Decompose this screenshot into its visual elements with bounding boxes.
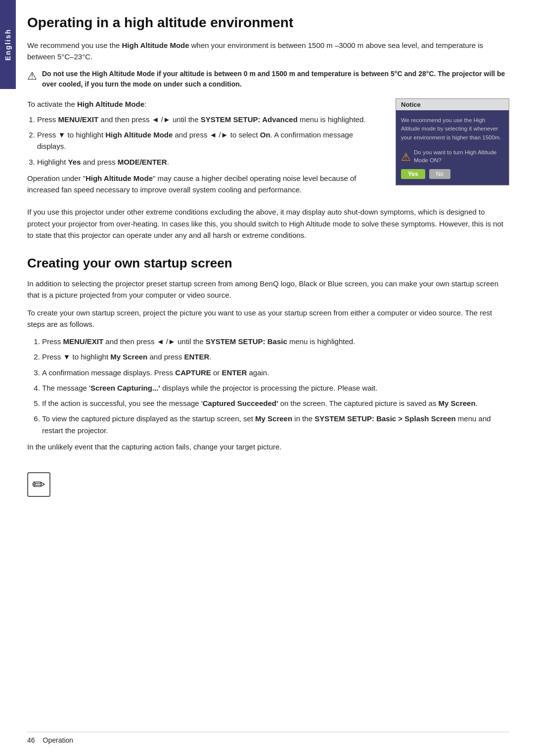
footer: 46 Operation xyxy=(27,732,509,744)
notice-column: Notice We recommend you use the High Alt… xyxy=(396,98,509,185)
notice-box: Notice We recommend you use the High Alt… xyxy=(396,98,509,185)
note-icon: ✏ xyxy=(27,472,50,497)
side-tab-label: English xyxy=(4,29,12,61)
section2-title: Creating your own startup screen xyxy=(27,256,509,271)
notice-body-text: We recommend you use the High Altitude m… xyxy=(401,116,504,142)
step-1: Press MENU/EXIT and then press ◄ /► unti… xyxy=(37,114,381,125)
section2-step-3: A confirmation message displays. Press C… xyxy=(42,367,509,378)
side-tab: English xyxy=(0,0,16,89)
step-3: Highlight Yes and press MODE/ENTER. xyxy=(37,156,381,168)
steps-column: To activate the High Altitude Mode: Pres… xyxy=(27,98,381,202)
step-2: Press ▼ to highlight High Altitude Mode … xyxy=(37,129,381,152)
section2-step-6: To view the captured picture displayed a… xyxy=(42,413,509,436)
section2-para1: In addition to selecting the projector p… xyxy=(27,278,509,301)
section2-step-4: The message 'Screen Capturing...' displa… xyxy=(42,382,509,394)
notice-warning-icon: ⚠ xyxy=(401,149,411,165)
section2-step-5: If the action is successful, you see the… xyxy=(42,398,509,409)
notice-warning: ⚠ Do you want to turn High Altitude Mode… xyxy=(401,148,504,165)
section1-title: Operating in a high altitude environment xyxy=(27,15,509,31)
section2-steps-list: Press MENU/EXIT and then press ◄ /► unti… xyxy=(42,336,509,436)
notice-yes-button[interactable]: Yes xyxy=(401,169,425,179)
steps-with-notice-container: To activate the High Altitude Mode: Pres… xyxy=(27,98,509,202)
operation-note: Operation under "High Altitude Mode" may… xyxy=(27,173,381,196)
section2-footer-note: In the unlikely event that the capturing… xyxy=(27,441,509,452)
section1-intro: We recommend you use the High Altitude M… xyxy=(27,40,509,63)
note-icon-area: ✏ xyxy=(27,472,509,497)
main-content: Operating in a high altitude environment… xyxy=(27,0,509,497)
warning-text: Do not use the High Altitude Mode if you… xyxy=(42,69,509,89)
notice-no-button[interactable]: No xyxy=(429,169,450,179)
warning-box: ⚠ Do not use the High Altitude Mode if y… xyxy=(27,69,509,89)
activate-label: To activate the High Altitude Mode: xyxy=(27,98,381,110)
notice-warning-text: Do you want to turn High Altitude Mode O… xyxy=(414,148,504,164)
page-number: 46 xyxy=(27,736,35,744)
section2: Creating your own startup screen In addi… xyxy=(27,256,509,452)
warning-icon: ⚠ xyxy=(27,70,37,83)
section2-step-2: Press ▼ to highlight My Screen and press… xyxy=(42,351,509,362)
notice-body: We recommend you use the High Altitude m… xyxy=(396,110,509,185)
section2-step-1: Press MENU/EXIT and then press ◄ /► unti… xyxy=(42,336,509,347)
steps-list: Press MENU/EXIT and then press ◄ /► unti… xyxy=(37,114,381,168)
section1-para2: If you use this projector under other ex… xyxy=(27,206,509,241)
notice-buttons: Yes No xyxy=(401,169,504,179)
notice-header: Notice xyxy=(396,99,509,110)
section2-para2: To create your own startup screen, proje… xyxy=(27,307,509,330)
footer-section-label: Operation xyxy=(43,736,73,744)
